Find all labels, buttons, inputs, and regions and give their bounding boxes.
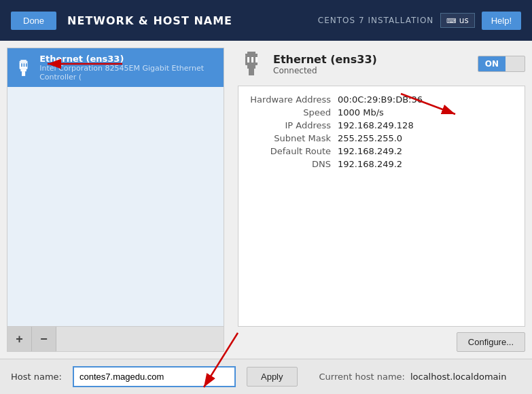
info-value: 255.255.255.0 [338,133,402,143]
info-label: IP Address [249,120,331,130]
configure-button[interactable]: Configure... [457,332,525,352]
detail-ethernet-icon [238,50,265,77]
info-row: Hardware Address00:0C:29:B9:DB:36 [249,94,514,105]
detail-panel: Ethernet (ens33) Connected ON Hardware A… [238,48,525,352]
page-title: NETWORK & HOST NAME [67,14,232,27]
svg-rect-17 [247,65,255,69]
interface-item[interactable]: Ethernet (ens33) Intel Corporation 82545… [7,48,224,87]
svg-rect-14 [247,52,255,54]
keyboard-input[interactable]: ⌨ us [440,13,474,28]
info-value: 192.168.249.2 [338,159,402,169]
info-value: 00:0C:29:B9:DB:36 [338,94,423,105]
info-value: 192.168.249.2 [338,146,402,156]
add-interface-button[interactable]: + [7,327,32,351]
detail-interface-name: Ethernet (ens33) [273,53,377,66]
svg-rect-9 [20,69,26,71]
detail-name-group: Ethernet (ens33) Connected [273,53,377,75]
centos-label: CENTOS 7 INSTALLATION [318,16,434,25]
current-hostname-section: Current host name: localhost.localdomain [319,372,507,382]
toggle-off-label [506,61,525,67]
svg-rect-19 [247,57,249,62]
info-label: Speed [249,107,331,118]
info-row: Subnet Mask255.255.255.0 [249,133,514,143]
ethernet-icon [14,57,33,79]
detail-header-left: Ethernet (ens33) Connected [238,50,377,77]
hostname-label: Host name: [11,372,62,382]
interface-list-body [7,87,224,326]
interface-desc: Intel Corporation 82545EM Gigabit Ethern… [39,64,217,82]
header-left: Done NETWORK & HOST NAME [11,12,232,30]
interface-info: Ethernet (ens33) Intel Corporation 82545… [39,54,217,82]
detail-header: Ethernet (ens33) Connected ON [238,48,525,80]
interface-name: Ethernet (ens33) [39,54,217,64]
info-row: DNS192.168.249.2 [249,159,514,169]
info-value: 192.168.249.128 [338,120,414,130]
toggle-switch[interactable]: ON [478,56,525,72]
header-right: CENTOS 7 INSTALLATION ⌨ us Help! [318,12,521,30]
header: Done NETWORK & HOST NAME CENTOS 7 INSTAL… [0,0,532,41]
info-label: Hardware Address [249,94,331,105]
svg-rect-11 [21,63,22,67]
main-content: Ethernet (ens33) Intel Corporation 82545… [0,41,532,394]
info-value: 1000 Mb/s [338,107,384,118]
apply-button[interactable]: Apply [247,367,298,387]
keyboard-lang: us [459,16,469,25]
svg-rect-18 [249,69,254,75]
bottom-bar: Host name: Apply Current host name: loca… [0,359,532,394]
svg-rect-15 [245,54,258,56]
info-label: DNS [249,159,331,169]
keyboard-icon: ⌨ [446,17,456,24]
current-hostname-label: Current host name: [319,372,405,382]
svg-rect-20 [251,57,253,62]
info-row: Speed1000 Mb/s [249,107,514,118]
toggle-on-label: ON [478,56,506,71]
svg-rect-21 [255,57,258,62]
current-hostname-value: localhost.localdomain [410,372,506,382]
svg-rect-6 [20,60,26,61]
help-button[interactable]: Help! [482,12,521,30]
info-label: Default Route [249,146,331,156]
network-area: Ethernet (ens33) Intel Corporation 82545… [0,41,532,359]
svg-rect-10 [22,71,25,76]
info-row: IP Address192.168.249.128 [249,120,514,130]
hostname-input[interactable] [73,366,236,387]
info-table: Hardware Address00:0C:29:B9:DB:36Speed10… [238,86,525,327]
svg-rect-7 [20,60,28,62]
svg-rect-12 [24,63,25,67]
list-controls: + − [7,326,224,351]
info-label: Subnet Mask [249,133,331,143]
remove-interface-button[interactable]: − [32,327,56,351]
info-row: Default Route192.168.249.2 [249,146,514,156]
detail-status: Connected [273,66,377,75]
done-button[interactable]: Done [11,12,56,30]
svg-rect-13 [26,63,27,67]
interface-list: Ethernet (ens33) Intel Corporation 82545… [7,48,224,352]
